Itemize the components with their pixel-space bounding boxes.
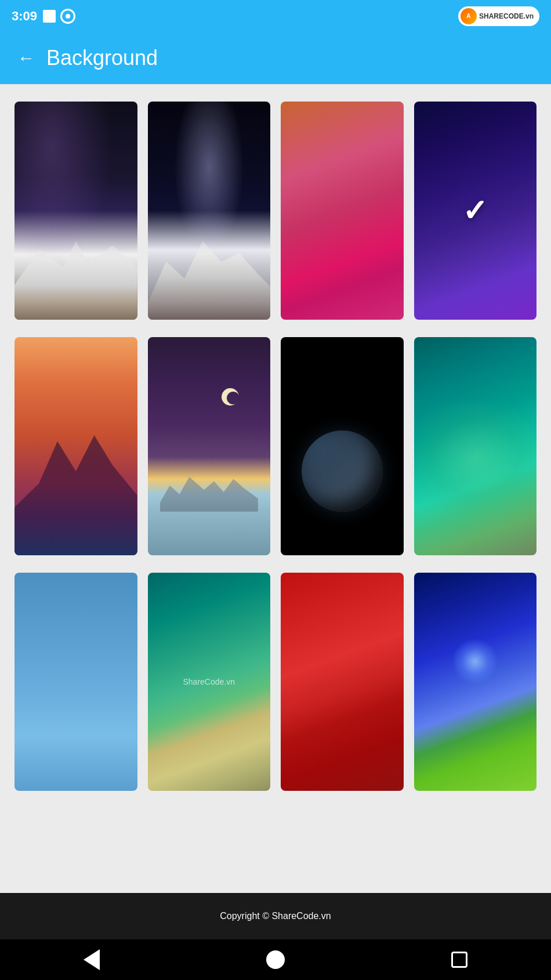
back-button[interactable]: ← — [17, 49, 35, 67]
sharecode-logo-icon: A — [461, 8, 477, 24]
copyright-text: Copyright © ShareCode.vn — [220, 911, 331, 921]
thumb-bg-11 — [281, 573, 404, 791]
system-back-button[interactable] — [80, 948, 103, 971]
main-content: ✓ ShareCode.vn — [0, 84, 551, 893]
system-home-button[interactable] — [264, 948, 287, 971]
status-circle-icon — [60, 9, 75, 24]
page-title: Background — [46, 46, 158, 70]
thumbnail-galaxy-purple[interactable]: ✓ — [414, 102, 537, 320]
thumbnail-pink-gradient[interactable] — [281, 102, 404, 320]
recent-square-icon — [451, 952, 467, 968]
aurora-overlay — [414, 403, 537, 512]
status-left: 3:09 — [12, 9, 75, 24]
thumbnail-grid-row2 — [14, 337, 536, 555]
back-triangle-icon — [84, 949, 100, 970]
status-square-icon — [43, 10, 56, 23]
thumb-bg-10: ShareCode.vn — [148, 573, 271, 791]
system-nav-bar — [0, 939, 551, 980]
thumbnail-grid-row3: ShareCode.vn — [14, 573, 536, 791]
thumb-bg-9 — [14, 573, 137, 791]
status-icons — [43, 9, 75, 24]
thumbnail-misty-seascape[interactable] — [148, 337, 271, 555]
thumbnail-mount-fuji[interactable] — [14, 337, 137, 555]
status-time: 3:09 — [12, 9, 37, 24]
thumb-bg-6 — [148, 337, 271, 555]
thumb-bg-3 — [281, 102, 404, 320]
footer-bar: Copyright © ShareCode.vn — [0, 893, 551, 939]
thumb-bg-7 — [281, 337, 404, 555]
page-header: ← Background — [0, 32, 551, 84]
status-right: A SHARECODE.vn — [458, 6, 539, 26]
status-bar: 3:09 A SHARECODE.vn — [0, 0, 551, 32]
selected-checkmark: ✓ — [462, 193, 488, 228]
thumbnail-blue-gradient[interactable] — [14, 573, 137, 791]
watermark-text: ShareCode.vn — [183, 677, 235, 686]
thumbnail-snowy-mountain-stars[interactable] — [148, 102, 271, 320]
thumbnail-snowy-mountain-night[interactable] — [14, 102, 137, 320]
thumb-bg-12 — [414, 573, 537, 791]
thumbnail-planet-dark[interactable] — [281, 337, 404, 555]
thumbnail-grid-row1: ✓ — [14, 102, 536, 320]
brand-name: SHARECODE.vn — [479, 12, 534, 20]
starburst-icon — [452, 638, 498, 685]
thumbnail-blue-green-starburst[interactable] — [414, 573, 537, 791]
thumbnail-aurora-teal[interactable] — [414, 337, 537, 555]
home-circle-icon — [266, 950, 285, 969]
thumbnail-red-gradient[interactable] — [281, 573, 404, 791]
thumbnail-teal-brown-gradient[interactable]: ShareCode.vn — [148, 573, 271, 791]
crescent-moon-icon — [227, 392, 240, 404]
sharecode-badge: A SHARECODE.vn — [458, 6, 539, 26]
system-recent-button[interactable] — [448, 948, 471, 971]
planet-arc-icon — [302, 431, 383, 512]
